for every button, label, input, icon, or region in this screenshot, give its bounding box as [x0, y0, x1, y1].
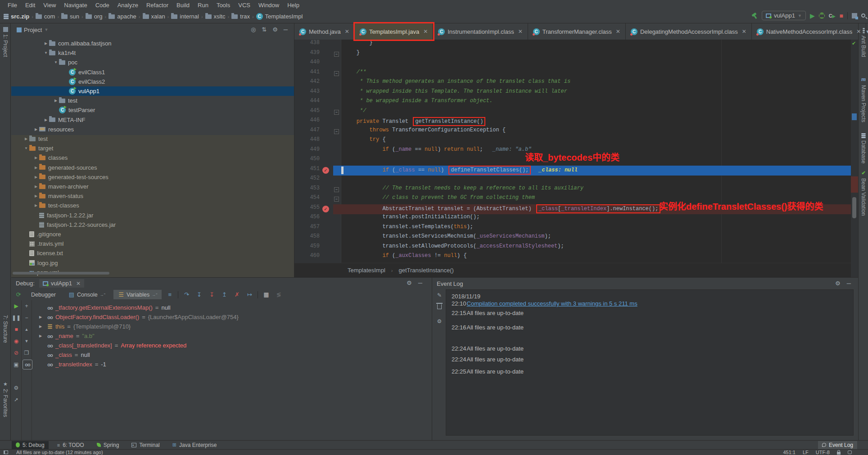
tree-item-evilClass1[interactable]: CevilClass1	[11, 68, 294, 77]
tree-item-com.alibaba.fastjson[interactable]: ▶com.alibaba.fastjson	[11, 39, 294, 48]
move-up-icon[interactable]: ▲	[22, 324, 32, 335]
tree-arrow-icon[interactable]: ▶	[33, 194, 39, 198]
toolwindow-bean-validation-button[interactable]: ✔Bean Validation	[859, 170, 868, 216]
horizontal-scrollbar[interactable]	[13, 272, 109, 275]
step-over-icon[interactable]: ↷	[182, 291, 191, 298]
debug-button[interactable]	[819, 13, 825, 18]
tree-arrow-icon[interactable]: ▶	[33, 166, 39, 170]
close-icon[interactable]: ✕	[518, 28, 523, 35]
line-number[interactable]: 452	[294, 175, 320, 181]
project-structure-icon[interactable]	[852, 13, 857, 18]
event-log-button[interactable]: Event Log	[818, 441, 857, 449]
tree-arrow-icon[interactable]: ▶	[33, 127, 39, 131]
breadcrumb-item-org[interactable]: org	[86, 13, 103, 20]
highlighting-level-icon[interactable]	[848, 450, 852, 454]
fold-marker-icon[interactable]: −	[334, 52, 339, 57]
breadcrumb-item-trax[interactable]: trax	[231, 13, 250, 20]
evaluate-expression-icon[interactable]: ▦	[262, 291, 271, 298]
line-number[interactable]: 457	[294, 224, 320, 230]
step-out-icon[interactable]: ↥	[220, 291, 229, 298]
toolwindow-tab-java-enterprise[interactable]: ⊞Java Enterprise	[168, 441, 221, 449]
fold-marker-icon[interactable]: −	[334, 187, 339, 192]
tab-variables[interactable]: ☰ Variables →"	[113, 290, 162, 299]
tree-arrow-icon[interactable]: ▶	[23, 137, 29, 141]
editor-breadcrumb-item[interactable]: getTransletInstance()	[398, 267, 453, 274]
watch-row-this[interactable]: ▶☰this={TemplatesImpl@710}	[32, 322, 432, 331]
breadcrumb-item-src.zip[interactable]: src.zip	[4, 13, 29, 20]
line-separator[interactable]: LF	[803, 450, 809, 455]
watch-row-_transletIndex[interactable]: oo_transletIndex=-1	[32, 360, 432, 369]
toolwindow-tab-5-debug[interactable]: 5: Debug	[12, 441, 49, 449]
line-number[interactable]: 454	[294, 194, 320, 201]
toolwindow-project-button[interactable]: 1: Project	[2, 27, 9, 57]
caret-position[interactable]: 451:1	[783, 450, 796, 455]
clear-all-icon[interactable]	[435, 303, 444, 311]
step-into-icon[interactable]: ↧	[194, 291, 203, 298]
tree-arrow-icon[interactable]: ▶	[33, 156, 39, 160]
line-number[interactable]: 456	[294, 214, 320, 220]
lock-icon[interactable]	[837, 452, 841, 455]
menu-item-window[interactable]: Window	[254, 2, 283, 9]
tree-arrow-icon[interactable]: ▶	[53, 99, 59, 103]
close-icon[interactable]: ✕	[742, 28, 746, 35]
search-icon[interactable]	[861, 14, 865, 18]
line-number[interactable]: 455	[294, 204, 320, 211]
layout-icon[interactable]: ≡	[165, 291, 174, 298]
tree-item-test[interactable]: ▶test	[11, 134, 294, 144]
line-number[interactable]: 442	[294, 78, 320, 85]
tree-item-fastjson-1.2.22-sources.jar[interactable]: fastjson-1.2.22-sources.jar	[11, 220, 294, 230]
tree-item-fastjson-1.2.22.jar[interactable]: fastjson-1.2.22.jar	[11, 211, 294, 220]
expand-arrow-icon[interactable]: ▶	[39, 324, 45, 329]
tree-item-poc[interactable]: ▼poc	[11, 58, 294, 67]
breadcrumb-item-xalan[interactable]: xalan	[143, 13, 165, 20]
line-number[interactable]: 451	[294, 166, 320, 172]
menu-item-analyze[interactable]: Analyze	[113, 2, 142, 9]
force-step-into-icon[interactable]: ↧	[207, 291, 216, 298]
pin-icon[interactable]: ➚	[11, 394, 21, 405]
tree-arrow-icon[interactable]: ▶	[33, 175, 39, 179]
tree-item-test-classes[interactable]: ▶test-classes	[11, 201, 294, 210]
breadcrumb-item-apache[interactable]: apache	[108, 13, 136, 20]
stripe-mark-current-line[interactable]	[852, 113, 857, 120]
editor-tab-DelegatingMethodAccessorImpl.class[interactable]: CDelegatingMethodAccessorImpl.class✕	[626, 23, 752, 40]
line-number[interactable]: 445	[294, 108, 320, 114]
run-to-cursor-icon[interactable]: ↦	[245, 291, 254, 298]
restore-layout-icon[interactable]: ▣	[11, 359, 21, 370]
menu-item-vcs[interactable]: VCS	[234, 2, 254, 9]
tree-item-.travis.yml[interactable]: .travis.yml	[11, 239, 294, 248]
view-breakpoints-icon[interactable]: ◉	[11, 335, 21, 347]
menu-item-edit[interactable]: Edit	[21, 2, 39, 9]
collapse-all-icon[interactable]: ⇅	[262, 26, 267, 33]
add-watch-icon[interactable]: +	[22, 300, 32, 312]
close-icon[interactable]: ✕	[345, 28, 349, 35]
tree-item-test[interactable]: ▶test	[11, 96, 294, 105]
expand-arrow-icon[interactable]: ▶	[39, 334, 45, 338]
menu-item-help[interactable]: Help	[283, 2, 303, 9]
move-down-icon[interactable]: ▼	[22, 335, 32, 347]
toolwindow-tab-6-todo[interactable]: ≡6: TODO	[53, 441, 88, 449]
line-number[interactable]: 446	[294, 117, 320, 123]
tree-item-vulApp1[interactable]: CvulApp1	[11, 86, 294, 96]
tree-item-ka1n4t[interactable]: ▼ka1n4t	[11, 48, 294, 58]
hide-panel-icon[interactable]: ─	[847, 280, 851, 287]
toolwindow-structure-button[interactable]: 7: Structure	[2, 315, 9, 345]
menu-item-build[interactable]: Build	[172, 2, 194, 9]
close-icon[interactable]: ✕	[856, 28, 861, 35]
watch-row-_class[_transletIndex][interactable]: oo_class[_transletIndex]=Array reference…	[32, 341, 432, 350]
line-number[interactable]: 443	[294, 88, 320, 95]
tab-console[interactable]: ▤ Console →"	[64, 290, 110, 299]
editor-tab-TemplatesImpl.java[interactable]: CTemplatesImpl.java✕	[355, 23, 433, 40]
hide-panel-icon[interactable]: ─	[418, 279, 422, 286]
gear-icon[interactable]: ⚙	[835, 280, 841, 287]
gear-icon[interactable]: ⚙	[272, 26, 278, 33]
settings-icon[interactable]: ≶	[274, 291, 283, 298]
line-number[interactable]: 450	[294, 156, 320, 162]
rerun-icon[interactable]: ⟳	[14, 291, 23, 298]
breakpoint-icon[interactable]: ✓	[322, 206, 329, 212]
file-encoding[interactable]: UTF-8	[816, 450, 830, 455]
stripe-mark-breakpoint[interactable]	[851, 176, 858, 193]
line-number[interactable]: 449	[294, 146, 320, 153]
close-icon[interactable]: ✕	[423, 28, 428, 35]
tree-item-resources[interactable]: ▶resources	[11, 125, 294, 134]
tree-arrow-icon[interactable]: ▶	[43, 118, 49, 122]
